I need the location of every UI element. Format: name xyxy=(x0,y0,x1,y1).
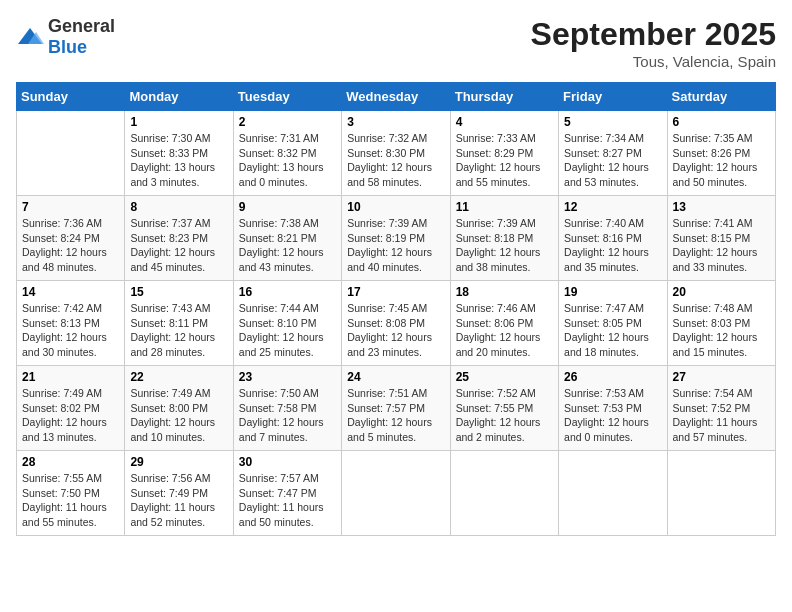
calendar-cell: 13Sunrise: 7:41 AMSunset: 8:15 PMDayligh… xyxy=(667,196,775,281)
logo-blue: Blue xyxy=(48,37,87,57)
day-info: Sunrise: 7:53 AMSunset: 7:53 PMDaylight:… xyxy=(564,386,661,445)
day-number: 5 xyxy=(564,115,661,129)
day-info: Sunrise: 7:47 AMSunset: 8:05 PMDaylight:… xyxy=(564,301,661,360)
header-friday: Friday xyxy=(559,83,667,111)
day-number: 9 xyxy=(239,200,336,214)
day-info-line: Daylight: 12 hours xyxy=(456,331,541,343)
day-info-line: Daylight: 12 hours xyxy=(564,331,649,343)
day-number: 29 xyxy=(130,455,227,469)
calendar-header: SundayMondayTuesdayWednesdayThursdayFrid… xyxy=(17,83,776,111)
day-info: Sunrise: 7:36 AMSunset: 8:24 PMDaylight:… xyxy=(22,216,119,275)
day-info-line: Sunrise: 7:47 AM xyxy=(564,302,644,314)
calendar-cell: 12Sunrise: 7:40 AMSunset: 8:16 PMDayligh… xyxy=(559,196,667,281)
day-info-line: and 50 minutes. xyxy=(673,176,748,188)
day-info: Sunrise: 7:55 AMSunset: 7:50 PMDaylight:… xyxy=(22,471,119,530)
calendar-cell xyxy=(559,451,667,536)
day-info-line: Sunset: 7:47 PM xyxy=(239,487,317,499)
calendar-cell xyxy=(342,451,450,536)
day-info-line: Daylight: 12 hours xyxy=(347,331,432,343)
calendar-cell: 5Sunrise: 7:34 AMSunset: 8:27 PMDaylight… xyxy=(559,111,667,196)
day-number: 12 xyxy=(564,200,661,214)
day-info-line: Sunrise: 7:52 AM xyxy=(456,387,536,399)
day-info-line: and 18 minutes. xyxy=(564,346,639,358)
day-info: Sunrise: 7:44 AMSunset: 8:10 PMDaylight:… xyxy=(239,301,336,360)
header-row: SundayMondayTuesdayWednesdayThursdayFrid… xyxy=(17,83,776,111)
day-number: 22 xyxy=(130,370,227,384)
day-number: 24 xyxy=(347,370,444,384)
day-info-line: and 20 minutes. xyxy=(456,346,531,358)
calendar-cell: 21Sunrise: 7:49 AMSunset: 8:02 PMDayligh… xyxy=(17,366,125,451)
day-info-line: and 15 minutes. xyxy=(673,346,748,358)
day-info-line: Sunset: 8:29 PM xyxy=(456,147,534,159)
day-info-line: Sunset: 8:21 PM xyxy=(239,232,317,244)
day-info: Sunrise: 7:40 AMSunset: 8:16 PMDaylight:… xyxy=(564,216,661,275)
title-block: September 2025 Tous, Valencia, Spain xyxy=(531,16,776,70)
day-info-line: Sunset: 8:26 PM xyxy=(673,147,751,159)
day-number: 28 xyxy=(22,455,119,469)
day-info-line: and 0 minutes. xyxy=(239,176,308,188)
calendar-cell: 2Sunrise: 7:31 AMSunset: 8:32 PMDaylight… xyxy=(233,111,341,196)
day-info-line: Sunset: 8:00 PM xyxy=(130,402,208,414)
day-info-line: Daylight: 12 hours xyxy=(456,246,541,258)
day-info-line: Daylight: 12 hours xyxy=(673,246,758,258)
day-info-line: Daylight: 12 hours xyxy=(239,331,324,343)
calendar-cell: 3Sunrise: 7:32 AMSunset: 8:30 PMDaylight… xyxy=(342,111,450,196)
day-number: 18 xyxy=(456,285,553,299)
day-info-line: Daylight: 12 hours xyxy=(130,246,215,258)
day-info-line: and 57 minutes. xyxy=(673,431,748,443)
header-saturday: Saturday xyxy=(667,83,775,111)
calendar-cell: 8Sunrise: 7:37 AMSunset: 8:23 PMDaylight… xyxy=(125,196,233,281)
day-number: 19 xyxy=(564,285,661,299)
day-info-line: Sunrise: 7:49 AM xyxy=(22,387,102,399)
day-info-line: Sunset: 8:03 PM xyxy=(673,317,751,329)
logo-text: General Blue xyxy=(48,16,115,58)
day-info-line: Sunrise: 7:30 AM xyxy=(130,132,210,144)
calendar-cell: 27Sunrise: 7:54 AMSunset: 7:52 PMDayligh… xyxy=(667,366,775,451)
day-info-line: Sunrise: 7:46 AM xyxy=(456,302,536,314)
day-number: 25 xyxy=(456,370,553,384)
day-info-line: Sunset: 7:55 PM xyxy=(456,402,534,414)
day-number: 27 xyxy=(673,370,770,384)
day-info-line: Daylight: 12 hours xyxy=(239,416,324,428)
calendar-cell: 24Sunrise: 7:51 AMSunset: 7:57 PMDayligh… xyxy=(342,366,450,451)
day-info: Sunrise: 7:39 AMSunset: 8:18 PMDaylight:… xyxy=(456,216,553,275)
day-info-line: and 48 minutes. xyxy=(22,261,97,273)
day-number: 13 xyxy=(673,200,770,214)
day-info-line: Daylight: 12 hours xyxy=(130,331,215,343)
day-info-line: Sunrise: 7:48 AM xyxy=(673,302,753,314)
header-tuesday: Tuesday xyxy=(233,83,341,111)
day-info-line: Sunset: 8:18 PM xyxy=(456,232,534,244)
calendar-cell: 29Sunrise: 7:56 AMSunset: 7:49 PMDayligh… xyxy=(125,451,233,536)
day-info-line: and 40 minutes. xyxy=(347,261,422,273)
logo-icon xyxy=(16,26,44,48)
day-number: 3 xyxy=(347,115,444,129)
day-info-line: Sunset: 7:52 PM xyxy=(673,402,751,414)
logo: General Blue xyxy=(16,16,115,58)
day-info-line: Sunset: 8:08 PM xyxy=(347,317,425,329)
day-info-line: Sunrise: 7:56 AM xyxy=(130,472,210,484)
day-number: 2 xyxy=(239,115,336,129)
day-info: Sunrise: 7:34 AMSunset: 8:27 PMDaylight:… xyxy=(564,131,661,190)
day-info-line: Sunrise: 7:55 AM xyxy=(22,472,102,484)
day-info-line: and 30 minutes. xyxy=(22,346,97,358)
day-info: Sunrise: 7:33 AMSunset: 8:29 PMDaylight:… xyxy=(456,131,553,190)
day-info: Sunrise: 7:56 AMSunset: 7:49 PMDaylight:… xyxy=(130,471,227,530)
day-number: 4 xyxy=(456,115,553,129)
header-sunday: Sunday xyxy=(17,83,125,111)
day-info: Sunrise: 7:57 AMSunset: 7:47 PMDaylight:… xyxy=(239,471,336,530)
day-info-line: Sunset: 7:50 PM xyxy=(22,487,100,499)
day-info-line: Daylight: 13 hours xyxy=(130,161,215,173)
header-wednesday: Wednesday xyxy=(342,83,450,111)
day-info-line: Sunrise: 7:39 AM xyxy=(456,217,536,229)
day-number: 8 xyxy=(130,200,227,214)
day-info: Sunrise: 7:45 AMSunset: 8:08 PMDaylight:… xyxy=(347,301,444,360)
calendar-cell: 20Sunrise: 7:48 AMSunset: 8:03 PMDayligh… xyxy=(667,281,775,366)
day-info-line: Daylight: 12 hours xyxy=(22,246,107,258)
calendar-body: 1Sunrise: 7:30 AMSunset: 8:33 PMDaylight… xyxy=(17,111,776,536)
calendar-cell: 19Sunrise: 7:47 AMSunset: 8:05 PMDayligh… xyxy=(559,281,667,366)
logo-general: General xyxy=(48,16,115,36)
day-number: 26 xyxy=(564,370,661,384)
calendar-table: SundayMondayTuesdayWednesdayThursdayFrid… xyxy=(16,82,776,536)
day-info-line: Daylight: 12 hours xyxy=(673,331,758,343)
day-info-line: and 2 minutes. xyxy=(456,431,525,443)
